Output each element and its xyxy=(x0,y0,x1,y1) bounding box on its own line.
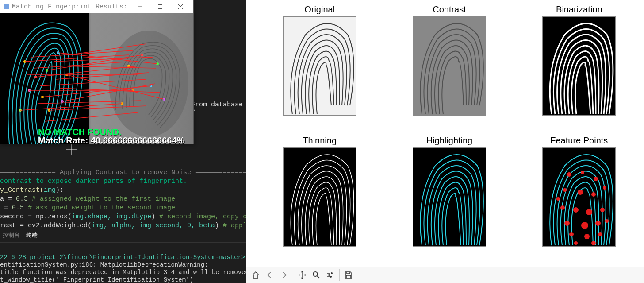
svg-rect-2 xyxy=(158,5,162,9)
opencv-image: NO MATCH FOUND. Match Rate: 40.666666666… xyxy=(0,13,193,144)
svg-point-72 xyxy=(574,241,578,245)
svg-point-70 xyxy=(584,234,590,239)
plot-grid: Original xyxy=(246,0,644,267)
plot-contrast xyxy=(413,16,486,116)
svg-point-56 xyxy=(594,177,598,181)
plot-cell-thinning: Thinning xyxy=(272,136,367,262)
plot-title: Original xyxy=(304,4,335,15)
svg-point-16 xyxy=(109,31,188,137)
toolbar-separator xyxy=(339,269,340,281)
plot-featurepoints xyxy=(542,147,616,247)
plot-highlighting xyxy=(413,147,486,247)
plot-title: Binarization xyxy=(556,4,602,15)
svg-point-59 xyxy=(591,192,596,197)
save-icon[interactable] xyxy=(341,268,356,282)
minimize-icon[interactable] xyxy=(130,0,150,13)
tab-terminal[interactable]: 终端 xyxy=(26,231,38,240)
svg-point-10 xyxy=(41,96,44,98)
plot-title: Feature Points xyxy=(550,136,608,146)
svg-point-75 xyxy=(313,272,318,276)
zoom-icon[interactable] xyxy=(309,268,323,282)
svg-point-9 xyxy=(28,89,31,92)
crosshair-cursor-icon xyxy=(66,144,77,155)
app-icon xyxy=(3,4,9,10)
svg-point-19 xyxy=(156,62,159,65)
svg-point-78 xyxy=(331,272,333,274)
svg-point-68 xyxy=(605,219,609,223)
query-fingerprint xyxy=(0,13,89,144)
plot-title: Highlighting xyxy=(426,136,473,146)
svg-point-74 xyxy=(556,197,560,201)
back-icon[interactable] xyxy=(263,268,277,282)
opencv-titlebar[interactable]: Matching Fingerprint Results: xyxy=(0,0,193,13)
svg-point-64 xyxy=(600,208,605,212)
code-peek-2: From database f xyxy=(191,101,246,116)
svg-point-18 xyxy=(141,54,143,56)
svg-point-21 xyxy=(150,85,152,87)
svg-rect-0 xyxy=(4,4,9,9)
toolbar-separator xyxy=(293,269,293,281)
subplots-icon[interactable] xyxy=(323,268,337,282)
editor-pane: e: From database f Matching Fingerprint … xyxy=(0,0,246,283)
svg-point-22 xyxy=(163,98,165,101)
svg-point-60 xyxy=(603,186,606,190)
svg-point-69 xyxy=(569,232,574,236)
svg-point-67 xyxy=(595,221,601,226)
svg-line-76 xyxy=(317,276,319,278)
svg-point-66 xyxy=(581,222,588,229)
plot-cell-featurepoints: Feature Points xyxy=(532,136,626,262)
maximize-icon[interactable] xyxy=(150,0,170,13)
opencv-window: Matching Fingerprint Results: xyxy=(0,0,194,144)
svg-point-57 xyxy=(563,188,567,192)
plot-cell-contrast: Contrast xyxy=(402,4,496,131)
tab-console[interactable]: 控制台 xyxy=(3,231,20,240)
svg-point-13 xyxy=(19,109,22,112)
svg-point-71 xyxy=(598,232,602,236)
matplotlib-pane: Original xyxy=(246,0,644,283)
close-icon[interactable] xyxy=(170,0,191,13)
svg-point-14 xyxy=(48,109,50,112)
svg-point-20 xyxy=(132,89,134,92)
svg-point-65 xyxy=(564,221,570,226)
plot-title: Thinning xyxy=(303,136,337,146)
plot-binarization xyxy=(542,16,616,116)
svg-point-73 xyxy=(591,241,596,245)
plot-title: Contrast xyxy=(433,4,466,15)
svg-point-62 xyxy=(573,207,579,213)
plot-original xyxy=(283,16,356,116)
svg-point-8 xyxy=(46,69,48,72)
svg-point-80 xyxy=(328,274,330,276)
svg-point-11 xyxy=(57,51,59,54)
svg-point-54 xyxy=(567,172,571,177)
svg-point-12 xyxy=(65,74,68,76)
plot-cell-binarization: Binarization xyxy=(532,4,626,131)
svg-point-7 xyxy=(34,76,37,78)
mpl-toolbar xyxy=(246,267,644,283)
pan-icon[interactable] xyxy=(295,268,309,282)
db-fingerprint xyxy=(89,13,193,144)
svg-point-82 xyxy=(330,276,332,278)
terminal[interactable]: 22_6_28_project_2\finger\Fingerprint-Ide… xyxy=(0,246,246,283)
svg-point-15 xyxy=(61,100,64,103)
svg-point-55 xyxy=(581,171,584,174)
panel-tabs: 控制台 终端 xyxy=(0,229,246,243)
svg-point-6 xyxy=(23,60,26,63)
code-editor[interactable]: ============== Applying Contrast to remo… xyxy=(0,159,246,239)
opencv-title: Matching Fingerprint Results: xyxy=(12,3,127,11)
svg-point-61 xyxy=(560,205,565,210)
plot-cell-highlighting: Highlighting xyxy=(402,136,496,262)
plot-cell-original: Original xyxy=(272,4,367,131)
home-icon[interactable] xyxy=(249,268,263,282)
svg-point-58 xyxy=(578,190,583,195)
plot-thinning xyxy=(283,147,356,247)
svg-point-23 xyxy=(121,102,123,105)
forward-icon[interactable] xyxy=(277,268,291,282)
svg-point-17 xyxy=(127,65,130,67)
svg-point-63 xyxy=(586,209,592,215)
match-rate: Match Rate: 40.666666666666664% xyxy=(38,136,184,144)
